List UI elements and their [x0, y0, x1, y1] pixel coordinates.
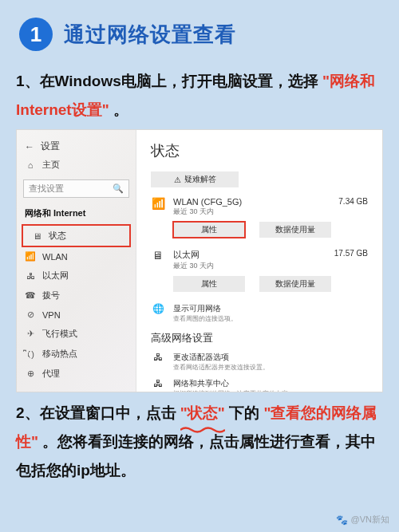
sharing-icon: 🖧	[151, 378, 165, 392]
ethernet-icon: 🖥	[151, 249, 165, 262]
sidebar-item-WLAN[interactable]: 📶WLAN	[17, 247, 136, 266]
status-heading: 状态	[151, 141, 368, 160]
show-networks-link[interactable]: 显示可用网络	[173, 303, 237, 314]
sidebar-item-VPN[interactable]: ⊘VPN	[17, 305, 136, 324]
wifi-icon: 📶	[151, 197, 165, 210]
sidebar-item-移动热点[interactable]: (ྀི)移动热点	[17, 344, 136, 364]
sidebar-item-状态[interactable]: 🖥状态	[22, 224, 131, 247]
eth-properties-button[interactable]: 属性	[173, 276, 245, 292]
troubleshoot-button[interactable]: ⚠ 疑难解答	[151, 171, 239, 187]
sharing-center-link[interactable]: 网络和共享中心	[173, 378, 294, 389]
sidebar-icon: 🖥	[31, 231, 42, 241]
sidebar-item-飞行模式[interactable]: ✈飞行模式	[17, 324, 136, 344]
sidebar-icon: ⊕	[25, 368, 36, 379]
sidebar-icon: (ྀི)	[25, 349, 36, 359]
globe-icon: 🌐	[151, 303, 165, 323]
wlan-usage-button[interactable]: 数据使用量	[259, 222, 331, 238]
sidebar-item-label: 以太网	[42, 270, 69, 282]
settings-sidebar: ← 设置 ⌂ 主页 查找设置 🔍 网络和 Internet 🖥状态📶WLAN🖧以…	[17, 130, 136, 392]
step-number-badge: 1	[19, 18, 53, 51]
watermark: 🐾 @VN新知	[336, 514, 389, 526]
sidebar-item-label: 移动热点	[42, 348, 77, 360]
sidebar-item-label: 飞行模式	[42, 328, 77, 340]
step-1-text: 1、在Windows电脑上，打开电脑设置，选择 "网络和Internet设置" …	[16, 67, 383, 124]
warning-icon: ⚠	[174, 175, 181, 184]
sidebar-icon: 📶	[25, 251, 36, 262]
home-label[interactable]: 主页	[42, 159, 60, 171]
adapter-options-link[interactable]: 更改适配器选项	[173, 352, 269, 363]
sidebar-item-label: WLAN	[42, 252, 68, 262]
sidebar-item-label: 拨号	[42, 290, 60, 301]
sidebar-item-label: 状态	[49, 230, 66, 242]
settings-main-panel: 状态 ⚠ 疑难解答 📶 WLAN (CFG_5G) 最近 30 天内 7.34 …	[136, 130, 382, 392]
sidebar-item-代理[interactable]: ⊕代理	[17, 364, 136, 384]
advanced-heading: 高级网络设置	[151, 331, 368, 345]
sidebar-item-label: VPN	[42, 310, 61, 320]
settings-label: 设置	[41, 140, 60, 153]
sidebar-icon: 🖧	[25, 271, 36, 281]
wlan-row: 📶 WLAN (CFG_5G) 最近 30 天内 7.34 GB	[151, 197, 368, 217]
sidebar-category: 网络和 Internet	[17, 203, 136, 224]
eth-usage-button[interactable]: 数据使用量	[259, 276, 331, 292]
adapter-icon: 🖧	[151, 352, 165, 372]
home-icon[interactable]: ⌂	[25, 160, 36, 170]
ethernet-row: 🖥 以太网 最近 30 天内 17.57 GB	[151, 249, 368, 271]
sidebar-icon: ☎	[25, 290, 36, 301]
sidebar-item-以太网[interactable]: 🖧以太网	[17, 266, 136, 286]
red-squiggle-icon	[180, 426, 225, 434]
sidebar-icon: ✈	[25, 329, 36, 339]
back-icon[interactable]: ←	[25, 141, 34, 152]
sidebar-item-拨号[interactable]: ☎拨号	[17, 286, 136, 305]
paw-icon: 🐾	[336, 514, 348, 526]
windows-settings-screenshot: ← 设置 ⌂ 主页 查找设置 🔍 网络和 Internet 🖥状态📶WLAN🖧以…	[16, 129, 383, 392]
step-2-text: 2、在设置窗口中，点击 "状态" 下的 "查看您的网络属性" 。您将看到连接的网…	[16, 399, 383, 485]
sidebar-item-label: 代理	[42, 368, 60, 380]
search-icon: 🔍	[113, 183, 124, 194]
wlan-properties-button[interactable]: 属性	[173, 222, 245, 238]
search-input[interactable]: 查找设置 🔍	[23, 179, 129, 198]
article-title: 通过网络设置查看	[64, 21, 236, 49]
sidebar-icon: ⊘	[25, 309, 36, 320]
